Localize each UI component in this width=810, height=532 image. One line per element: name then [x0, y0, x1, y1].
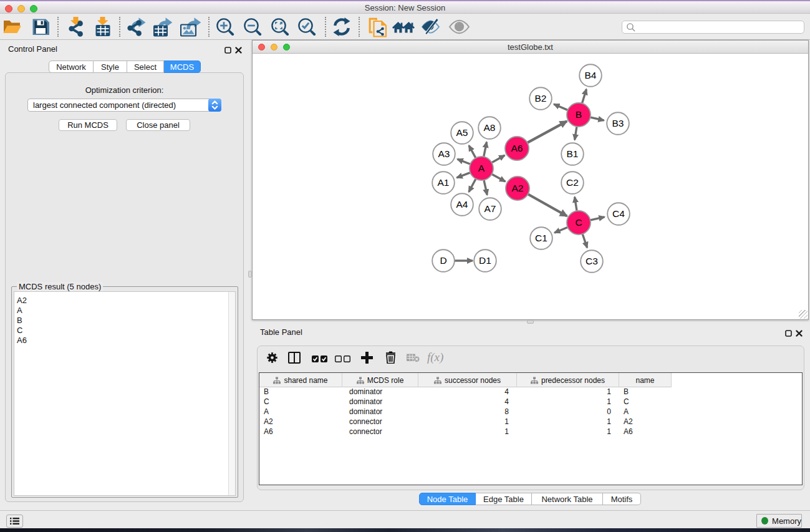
svg-text:B4: B4: [585, 70, 597, 80]
svg-text:A8: A8: [484, 122, 496, 133]
svg-text:C2: C2: [566, 177, 579, 188]
svg-text:A2: A2: [512, 183, 524, 193]
svg-text:C1: C1: [535, 233, 547, 243]
svg-text:B2: B2: [535, 93, 547, 104]
svg-text:C: C: [575, 217, 582, 228]
svg-text:A1: A1: [438, 177, 450, 188]
svg-text:A: A: [478, 163, 485, 173]
svg-text:C4: C4: [612, 208, 625, 219]
svg-text:D1: D1: [479, 255, 491, 266]
svg-text:A3: A3: [438, 148, 450, 159]
svg-text:B1: B1: [567, 148, 579, 159]
svg-text:A6: A6: [511, 143, 523, 153]
svg-text:A4: A4: [456, 199, 468, 210]
svg-text:A7: A7: [485, 203, 496, 214]
svg-text:D: D: [440, 255, 446, 266]
svg-text:B: B: [576, 109, 582, 120]
svg-text:A5: A5: [456, 127, 468, 138]
svg-text:C3: C3: [586, 256, 598, 266]
svg-text:B3: B3: [612, 118, 624, 128]
